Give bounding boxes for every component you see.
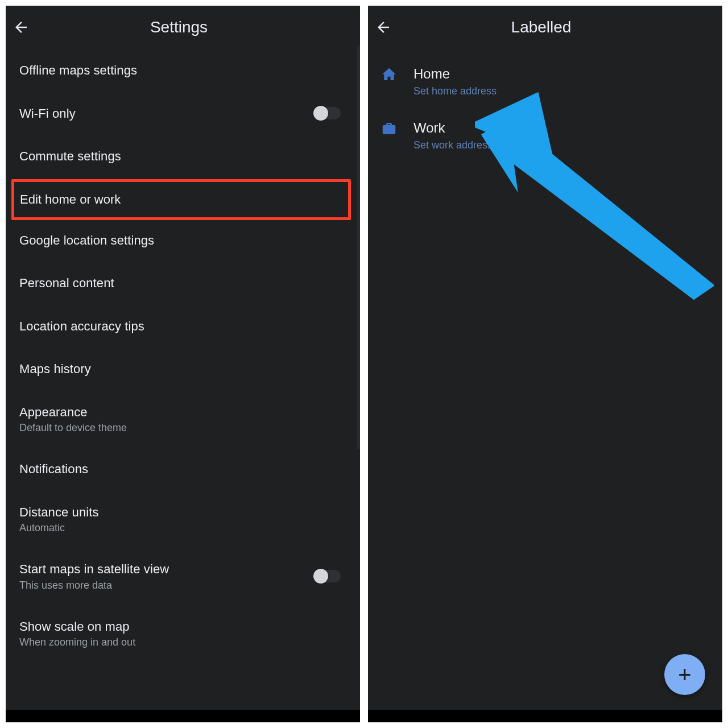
- settings-item-secondary: Automatic: [19, 522, 346, 534]
- settings-item-google-location[interactable]: Google location settings: [6, 219, 360, 262]
- settings-item-label: Edit home or work: [20, 192, 342, 207]
- settings-item-label: Google location settings: [19, 233, 346, 249]
- labelled-row-secondary: Set home address: [413, 85, 497, 97]
- highlighted-settings-item[interactable]: Edit home or work: [11, 179, 351, 220]
- settings-item-label: Show scale on map: [19, 619, 346, 635]
- settings-item-label: Start maps in satellite view: [19, 561, 169, 577]
- briefcase-icon: [380, 120, 398, 137]
- labelled-row-label: Work: [413, 120, 493, 136]
- nav-bar: [6, 710, 360, 722]
- settings-list: Offline maps settings Wi-Fi only Commute…: [6, 49, 360, 662]
- plus-icon: +: [678, 663, 691, 686]
- add-label-fab[interactable]: +: [664, 654, 705, 695]
- labelled-row-label: Home: [413, 66, 497, 82]
- labelled-list: Home Set home address Work Set work addr…: [368, 49, 722, 166]
- settings-item-label: Maps history: [19, 361, 346, 377]
- labelled-row-work[interactable]: Work Set work address: [368, 112, 722, 166]
- settings-item-satellite-view[interactable]: Start maps in satellite view This uses m…: [6, 548, 360, 605]
- toggle-satellite-view[interactable]: [313, 570, 341, 582]
- titlebar: Labelled: [368, 6, 722, 49]
- nav-bar: [368, 710, 722, 722]
- page-title: Settings: [6, 18, 353, 36]
- settings-item-personal-content[interactable]: Personal content: [6, 262, 360, 305]
- settings-item-label: Offline maps settings: [19, 63, 346, 78]
- settings-item-label: Personal content: [19, 275, 346, 291]
- settings-item-secondary: Default to device theme: [19, 422, 346, 434]
- labelled-row-home[interactable]: Home Set home address: [368, 58, 722, 112]
- settings-item-maps-history[interactable]: Maps history: [6, 348, 360, 391]
- settings-item-label: Distance units: [19, 504, 346, 520]
- home-icon: [380, 66, 398, 83]
- settings-item-label: Location accuracy tips: [19, 318, 346, 334]
- phone-labelled: Labelled Home Set home address Work Set …: [368, 6, 722, 722]
- titlebar: Settings: [6, 6, 360, 49]
- settings-item-appearance[interactable]: Appearance Default to device theme: [6, 391, 360, 448]
- settings-item-offline-maps[interactable]: Offline maps settings: [6, 49, 360, 92]
- settings-item-location-accuracy[interactable]: Location accuracy tips: [6, 305, 360, 348]
- settings-item-commute[interactable]: Commute settings: [6, 135, 360, 178]
- settings-item-distance-units[interactable]: Distance units Automatic: [6, 491, 360, 548]
- page-title: Labelled: [368, 18, 715, 36]
- settings-item-wifi-only[interactable]: Wi-Fi only: [6, 92, 360, 135]
- phone-settings: Settings Offline maps settings Wi-Fi onl…: [6, 6, 360, 722]
- settings-item-show-scale[interactable]: Show scale on map When zooming in and ou…: [6, 605, 360, 663]
- toggle-wifi-only[interactable]: [313, 107, 341, 119]
- settings-item-secondary: This uses more data: [19, 580, 169, 592]
- settings-item-label: Notifications: [19, 461, 346, 477]
- settings-item-secondary: When zooming in and out: [19, 636, 346, 648]
- labelled-row-secondary: Set work address: [413, 139, 493, 151]
- settings-item-label: Appearance: [19, 404, 346, 420]
- settings-item-label: Wi-Fi only: [19, 106, 76, 122]
- settings-item-notifications[interactable]: Notifications: [6, 448, 360, 491]
- settings-item-label: Commute settings: [19, 148, 346, 164]
